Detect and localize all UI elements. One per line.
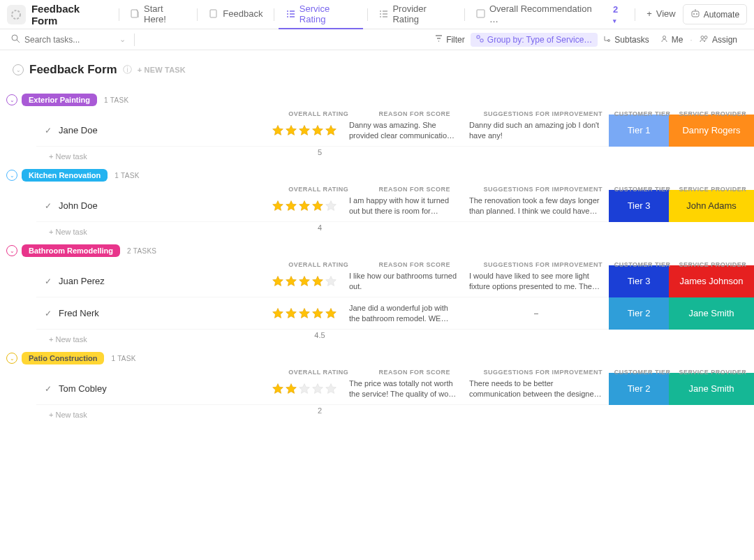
cell-suggestions[interactable]: There needs to be better communication b…	[464, 373, 609, 405]
separator: ·	[688, 34, 694, 45]
task-row[interactable]: ✓ Jane Doe Danny was amazing. She provid…	[36, 115, 754, 147]
chevron-down-icon[interactable]: ⌄	[119, 35, 126, 44]
doc-icon	[209, 9, 219, 19]
cell-service-provider[interactable]: Danny Rogers	[669, 115, 754, 147]
cell-reason[interactable]: Danny was amazing. She provid­ed clear c…	[343, 115, 464, 147]
subtasks-button[interactable]: Subtasks	[598, 33, 654, 47]
col-reason[interactable]: REASON FOR SCORE	[356, 110, 473, 117]
col-reason[interactable]: REASON FOR SCORE	[356, 186, 473, 193]
cell-customer-tier[interactable]: Tier 3	[609, 265, 669, 297]
check-icon[interactable]: ✓	[45, 309, 52, 318]
tab-label: View	[656, 8, 676, 19]
assign-button[interactable]: Assign	[694, 33, 743, 47]
col-customer-tier[interactable]: CUSTOMER TIER	[614, 261, 672, 268]
svg-point-7	[12, 35, 17, 40]
tab-overall-recommendation[interactable]: Overall Recommendation …	[468, 0, 605, 29]
info-icon[interactable]: ⓘ	[123, 64, 132, 76]
group-chip[interactable]: Exterior Painting	[22, 94, 97, 106]
cell-suggestions[interactable]: –	[464, 297, 609, 330]
automate-button[interactable]: Automate	[683, 4, 747, 24]
col-service-provider[interactable]: SERVICE PROVIDER	[672, 186, 754, 193]
group-rating-average: 5	[282, 148, 357, 156]
col-service-provider[interactable]: SERVICE PROVIDER	[672, 261, 754, 268]
col-overall-rating[interactable]: OVERALL RATING	[281, 261, 356, 268]
cell-suggestions[interactable]: Danny did such an amazing job I don't ha…	[464, 115, 609, 147]
list-icon	[379, 9, 388, 19]
collapse-all-icon[interactable]: ⌄	[13, 64, 24, 75]
collapse-group-icon[interactable]: ⌄	[6, 94, 17, 105]
add-view-button[interactable]: + View	[640, 0, 683, 29]
cell-customer-tier[interactable]: Tier 2	[609, 297, 669, 330]
task-row[interactable]: ✓ Tom Cobley The price was totally not w…	[36, 373, 754, 405]
cell-overall-rating[interactable]	[265, 190, 343, 222]
new-task-row[interactable]: + New task	[36, 405, 754, 425]
cell-service-provider[interactable]: Jane Smith	[669, 373, 754, 405]
col-overall-rating[interactable]: OVERALL RATING	[281, 110, 356, 117]
group-chip[interactable]: Bathroom Remodelling	[22, 244, 120, 257]
collapse-group-icon[interactable]: ⌄	[6, 353, 17, 364]
search-input[interactable]	[24, 35, 115, 45]
group-chip[interactable]: Kitchen Renovation	[22, 169, 108, 182]
cell-reason[interactable]: I am happy with how it turned out but th…	[343, 190, 464, 222]
group-header: ⌄ Exterior Painting 1 TASK	[22, 89, 754, 110]
col-customer-tier[interactable]: CUSTOMER TIER	[614, 110, 672, 117]
check-icon[interactable]: ✓	[45, 126, 52, 135]
cell-service-provider[interactable]: John Adams	[669, 190, 754, 222]
col-suggestions[interactable]: SUGGESTIONS FOR IMPROVEMENT	[473, 110, 613, 117]
svg-point-0	[12, 10, 20, 19]
check-icon[interactable]: ✓	[45, 201, 52, 211]
collapse-group-icon[interactable]: ⌄	[6, 245, 17, 256]
cell-overall-rating[interactable]	[265, 297, 343, 330]
new-task-button[interactable]: + NEW TASK	[138, 66, 186, 74]
task-row[interactable]: ✓ John Doe I am happy with how it turned…	[36, 190, 754, 222]
col-reason[interactable]: REASON FOR SCORE	[356, 261, 473, 268]
task-row[interactable]: ✓ Juan Perez I like how our bathrooms tu…	[36, 265, 754, 297]
cell-suggestions[interactable]: I would have liked to see more light fix…	[464, 265, 609, 297]
col-suggestions[interactable]: SUGGESTIONS FOR IMPROVEMENT	[473, 261, 613, 268]
group-by-button[interactable]: Group by: Type of Service…	[471, 33, 598, 47]
svg-rect-1	[131, 10, 138, 17]
star-filled-icon	[298, 307, 311, 320]
col-customer-tier[interactable]: CUSTOMER TIER	[614, 369, 672, 376]
cell-customer-tier[interactable]: Tier 3	[609, 190, 669, 222]
cell-service-provider[interactable]: Jane Smith	[669, 297, 754, 330]
svg-rect-9	[480, 39, 483, 42]
cell-customer-tier[interactable]: Tier 2	[609, 373, 669, 405]
check-icon[interactable]: ✓	[45, 384, 52, 394]
check-icon[interactable]: ✓	[45, 277, 52, 286]
cell-customer-tier[interactable]: Tier 1	[609, 115, 669, 147]
cell-overall-rating[interactable]	[265, 265, 343, 297]
col-overall-rating[interactable]: OVERALL RATING	[281, 186, 356, 193]
tab-provider-rating[interactable]: Provider Rating	[372, 0, 460, 29]
col-reason[interactable]: REASON FOR SCORE	[356, 369, 473, 376]
task-row[interactable]: ✓ Fred Nerk Jane did a wonderful job wit…	[36, 297, 754, 330]
filter-label: Filter	[446, 35, 465, 45]
filter-button[interactable]: Filter	[429, 33, 471, 47]
person-icon	[660, 35, 668, 45]
col-service-provider[interactable]: SERVICE PROVIDER	[672, 369, 754, 376]
col-suggestions[interactable]: SUGGESTIONS FOR IMPROVEMENT	[473, 186, 613, 193]
col-suggestions[interactable]: SUGGESTIONS FOR IMPROVEMENT	[473, 369, 613, 376]
col-overall-rating[interactable]: OVERALL RATING	[281, 369, 356, 376]
cell-reason[interactable]: Jane did a wonderful job with the bathro…	[343, 297, 464, 330]
col-service-provider[interactable]: SERVICE PROVIDER	[672, 110, 754, 117]
col-customer-tier[interactable]: CUSTOMER TIER	[614, 186, 672, 193]
cell-overall-rating[interactable]	[265, 373, 343, 405]
tab-label: Start Here!	[144, 3, 186, 24]
cell-overall-rating[interactable]	[265, 115, 343, 147]
svg-rect-4	[692, 11, 699, 17]
collapse-group-icon[interactable]: ⌄	[6, 170, 17, 181]
tabs-more-count: 2	[613, 4, 618, 15]
tab-start-here[interactable]: Start Here!	[124, 0, 193, 29]
cell-service-provider[interactable]: James Johnson	[669, 265, 754, 297]
tab-feedback[interactable]: Feedback	[202, 0, 269, 29]
me-button[interactable]: Me	[655, 33, 689, 47]
tab-service-rating[interactable]: Service Rating	[279, 0, 363, 29]
tabs-more-dropdown[interactable]: 2 ▾	[606, 4, 630, 25]
cell-reason[interactable]: I like how our bathrooms turned out.	[343, 265, 464, 297]
star-empty-icon	[325, 275, 337, 288]
group-chip[interactable]: Patio Construction	[22, 352, 104, 364]
cell-suggestions[interactable]: The renovation took a few days longer th…	[464, 190, 609, 222]
star-filled-icon	[298, 200, 311, 212]
cell-reason[interactable]: The price was totally not worth the serv…	[343, 373, 464, 405]
